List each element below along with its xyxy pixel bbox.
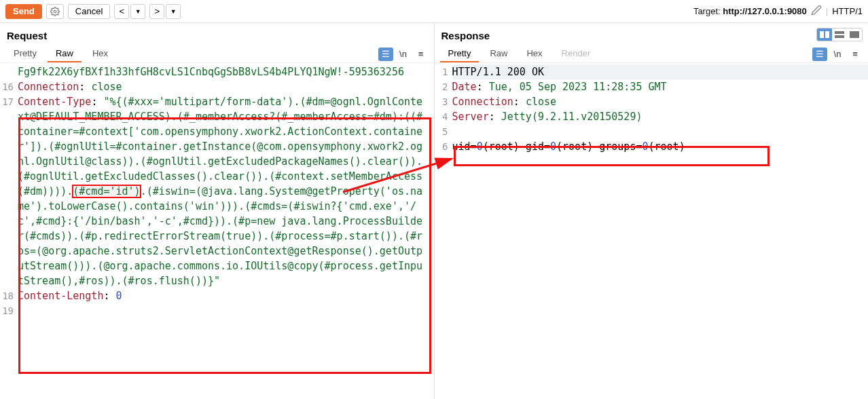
hamburger-icon: ≡ xyxy=(852,49,858,59)
tab-hex[interactable]: Hex xyxy=(84,45,116,62)
tab-pretty[interactable]: Pretty xyxy=(5,45,45,62)
response-title: Response xyxy=(435,23,813,45)
actions-button[interactable]: ☰ xyxy=(378,48,393,61)
hamburger-icon: ≡ xyxy=(418,49,424,59)
menu-icon: ☰ xyxy=(816,49,824,59)
single-icon xyxy=(850,31,859,38)
response-tabs: Pretty Raw Hex Render ☰ \n ≡ xyxy=(435,45,869,63)
chevron-down-icon: ▼ xyxy=(170,8,177,15)
columns-icon xyxy=(820,31,829,38)
newline-toggle[interactable]: \n xyxy=(396,48,411,61)
layout-columns-button[interactable] xyxy=(817,28,832,41)
next-button[interactable]: > xyxy=(149,4,164,19)
svg-rect-5 xyxy=(850,31,859,38)
response-pane: Response Pretty Raw Hex Render ☰ \n ≡ 1H… xyxy=(435,23,869,399)
layout-rows-button[interactable] xyxy=(832,28,847,41)
svg-point-0 xyxy=(54,10,56,13)
tab-raw[interactable]: Raw xyxy=(482,45,516,62)
chevron-down-icon: ▼ xyxy=(135,8,141,15)
svg-rect-2 xyxy=(825,31,829,38)
svg-rect-1 xyxy=(820,31,824,38)
request-tabs: Pretty Raw Hex ☰ \n ≡ xyxy=(0,45,434,63)
prev-button[interactable]: < xyxy=(114,4,129,19)
menu-icon: ☰ xyxy=(382,49,390,59)
cancel-button[interactable]: Cancel xyxy=(68,4,110,19)
target-label: Target: http://127.0.0.1:9080 xyxy=(693,6,807,16)
tab-pretty[interactable]: Pretty xyxy=(440,45,480,62)
tab-raw[interactable]: Raw xyxy=(48,45,82,62)
pencil-icon xyxy=(811,5,822,16)
newline-toggle[interactable]: \n xyxy=(830,48,845,61)
tab-render[interactable]: Render xyxy=(554,45,599,62)
target-value: http://127.0.0.1:9080 xyxy=(723,6,807,16)
layout-single-button[interactable] xyxy=(847,28,862,41)
rows-icon xyxy=(835,31,844,38)
editor-menu-button[interactable]: ≡ xyxy=(848,48,863,61)
http-version-label: HTTP/1 xyxy=(832,6,863,16)
editor-menu-button[interactable]: ≡ xyxy=(414,48,429,61)
highlight-cmd: (#cmd='id') xyxy=(73,185,140,197)
request-title: Request xyxy=(0,23,434,45)
panes-container: Request Pretty Raw Hex ☰ \n ≡ Fg9fk22X6y… xyxy=(0,23,868,399)
svg-rect-4 xyxy=(835,35,844,38)
tab-hex[interactable]: Hex xyxy=(518,45,550,62)
next-dropdown-button[interactable]: ▼ xyxy=(166,4,181,19)
toolbar: Send Cancel < ▼ > ▼ Target: http://127.0… xyxy=(0,0,868,23)
gear-icon xyxy=(50,7,60,16)
settings-button[interactable] xyxy=(46,4,64,19)
prev-dropdown-button[interactable]: ▼ xyxy=(130,4,145,19)
send-button[interactable]: Send xyxy=(5,4,42,19)
edit-target-button[interactable] xyxy=(811,5,822,18)
svg-rect-3 xyxy=(835,31,844,34)
response-body[interactable]: 1HTTP/1.1 200 OK 2Date: Tue, 05 Sep 2023… xyxy=(435,63,869,399)
layout-switcher xyxy=(816,28,863,41)
actions-button[interactable]: ☰ xyxy=(812,48,827,61)
request-body[interactable]: Fg9fk22X6yfBXf1h33hfGH8cvLS1CnbqGgSbB8vL… xyxy=(0,63,434,399)
request-pane: Request Pretty Raw Hex ☰ \n ≡ Fg9fk22X6y… xyxy=(0,23,435,399)
